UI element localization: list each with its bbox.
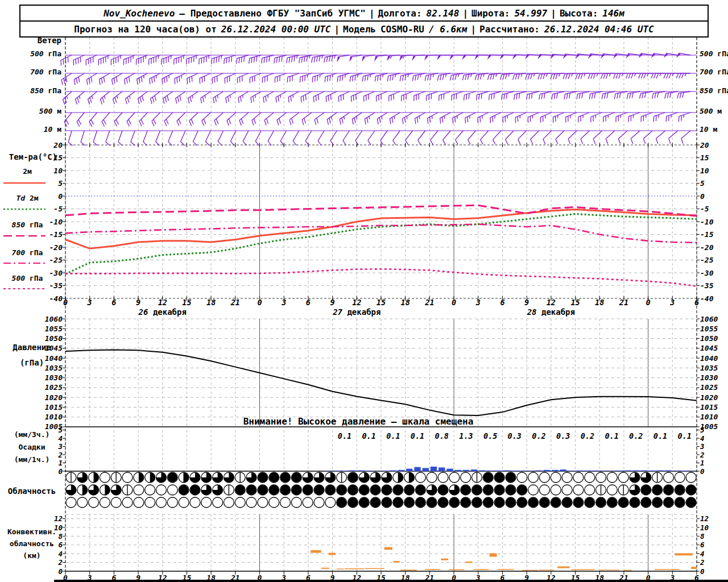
chart-mark: [287, 97, 291, 103]
hour-label: 6: [500, 298, 504, 307]
temp-tick-label-left: 0: [58, 192, 63, 201]
wind-barb: [614, 113, 629, 122]
chart-mark: [326, 76, 329, 82]
chart-mark: [641, 73, 643, 78]
chart-mark: [81, 131, 84, 142]
chart-mark: [175, 73, 185, 78]
legend-label-t2m: 2м: [0, 167, 55, 176]
chart-mark: [412, 56, 416, 61]
cloud-fill: [348, 473, 358, 483]
chart-mark: [264, 113, 274, 120]
wind-barb: [651, 92, 666, 99]
chart-mark: [553, 74, 555, 79]
cloud-cover-symbol: [517, 472, 527, 483]
chart-mark: [224, 98, 229, 103]
conv-tick-label-right: 2: [700, 558, 705, 567]
chart-mark: [235, 78, 239, 84]
chart-mark: [338, 73, 349, 77]
pressure-tick-label-left: 1030: [45, 373, 63, 382]
chart-mark: [424, 55, 428, 60]
chart-mark: [677, 93, 680, 98]
chart-mark: [677, 117, 681, 122]
chart-mark: [414, 75, 417, 80]
chart-mark: [392, 140, 397, 145]
precip-3h-value: 0.1: [653, 431, 667, 440]
wind-barb: [388, 113, 403, 124]
chart-mark: [328, 56, 331, 61]
header: Nov_Kochenevo – Предоставлено ФГБУ "ЗапС…: [19, 5, 709, 38]
chart-mark: [475, 95, 478, 101]
wind-barb: [292, 131, 303, 146]
wind-barb: [198, 73, 213, 84]
chart-mark: [313, 76, 317, 82]
chart-mark: [440, 113, 451, 118]
pressure-tick-label-right: 1015: [700, 403, 718, 411]
chart-mark: [330, 131, 337, 141]
chart-mark: [679, 53, 690, 55]
separator: |: [366, 8, 378, 19]
chart-mark: [576, 94, 578, 99]
chart-mark: [666, 53, 678, 55]
chart-mark: [268, 131, 274, 141]
chart-mark: [568, 93, 571, 98]
wind-barb: [375, 113, 390, 124]
chart-mark: [312, 97, 316, 102]
precip-bar: [382, 471, 388, 471]
chart-mark: [286, 77, 289, 83]
chart-mark: [515, 113, 526, 118]
cloud-fill: [472, 485, 482, 495]
chart-mark: [603, 73, 606, 78]
wind-barb: [613, 73, 627, 78]
chart-mark: [556, 93, 559, 99]
cloud-cover-symbol: [675, 472, 685, 483]
chart-mark: [349, 96, 353, 102]
chart-mark: [404, 74, 407, 80]
precip-bar: [544, 470, 550, 471]
chart-mark: [628, 93, 631, 98]
wind-barb: [374, 92, 389, 102]
chart-mark: [212, 98, 216, 103]
wind-barb: [538, 92, 553, 99]
chart-mark: [147, 59, 150, 65]
chart-mark: [100, 73, 110, 80]
chart-mark: [313, 73, 324, 77]
hour-label: 3: [475, 298, 481, 307]
wind-barb: [248, 73, 263, 83]
wind-barb: [441, 131, 454, 145]
chart-mark: [181, 131, 185, 142]
wind-barb: [61, 92, 75, 105]
legend-label-850: 850 гПа: [0, 221, 55, 229]
wind-barb: [602, 113, 617, 122]
convective-title-line1: Конвективн.: [0, 527, 64, 536]
chart-mark: [651, 73, 653, 78]
cloud-fill: [686, 485, 696, 495]
chart-mark: [626, 73, 628, 78]
wind-barb: [205, 131, 216, 146]
chart-mark: [602, 117, 605, 122]
wind-barb: [105, 131, 114, 146]
precip-3h-value: 1.3: [459, 431, 473, 440]
chart-mark: [644, 93, 647, 98]
wind-barb: [336, 73, 351, 82]
temp-section-title: Тем-ра(°C): [3, 152, 63, 161]
chart-mark: [375, 119, 380, 124]
conv-tick-label-left: 0: [58, 567, 63, 576]
wind-barb: [487, 73, 502, 80]
chart-mark: [651, 93, 654, 98]
chart-mark: [500, 94, 503, 100]
hour-label: 15: [377, 298, 386, 307]
hour-label: 3: [281, 298, 286, 307]
chart-mark: [338, 76, 342, 81]
temp-tick-label-right: -10: [700, 218, 714, 226]
chart-mark: [566, 139, 572, 144]
wind-barb: [601, 73, 615, 79]
precip-bar: [325, 471, 332, 471]
wind-barb: [336, 55, 350, 62]
cloud-cover-symbol: [449, 472, 460, 483]
chart-mark: [465, 113, 476, 118]
chart-mark: [68, 131, 72, 142]
conv-tick-label-right: 6: [700, 541, 705, 549]
chart-mark: [413, 73, 425, 76]
chart-mark: [189, 113, 198, 121]
chart-mark: [427, 75, 429, 80]
